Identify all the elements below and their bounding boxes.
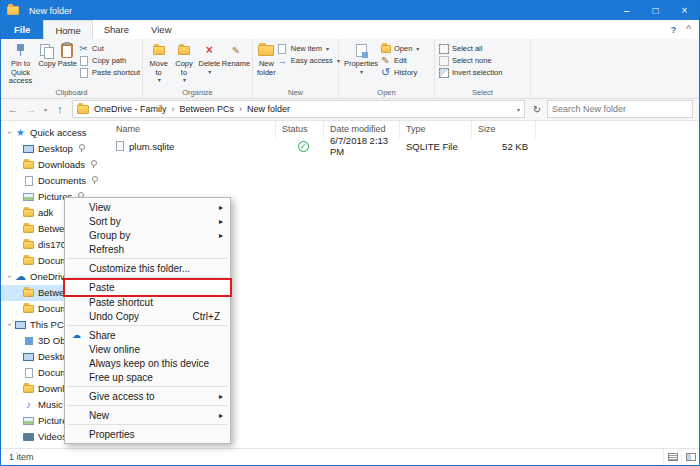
copy-to-button[interactable]: Copy to ▾ (171, 41, 196, 85)
minimize-button[interactable]: – (612, 1, 641, 20)
folder-icon (23, 305, 34, 313)
copy-path-label: Copy path (92, 56, 126, 65)
maximize-button[interactable]: □ (641, 1, 670, 20)
documents-icon (25, 176, 33, 186)
menu-item-properties[interactable]: Properties (65, 427, 230, 441)
submenu-arrow-icon: ▸ (219, 231, 223, 240)
menu-label: Free up space (89, 372, 153, 383)
easy-access-button[interactable]: → Easy access ▾ (277, 55, 340, 66)
menu-item-refresh[interactable]: Refresh (65, 242, 230, 256)
pin-to-quick-access-button[interactable]: Pin to Quick access (4, 41, 37, 87)
rename-icon: ✎ (232, 42, 240, 59)
address-dropdown-icon[interactable]: ▾ (513, 106, 524, 113)
column-header-status[interactable]: Status (276, 121, 324, 138)
ribbon-group-organize: Move to ▾ Copy to ▾ × Delete ▾ ✎ Rename … (143, 39, 253, 98)
back-button[interactable]: ← (5, 103, 21, 115)
chevron-expanded-icon[interactable]: › (5, 320, 14, 330)
check-icon: ✓ (300, 142, 307, 151)
sidebar-item-desktop[interactable]: Desktop (1, 141, 101, 157)
ribbon-group-new: New folder New item ▾ → Easy access ▾ Ne… (253, 39, 339, 98)
sidebar-label: Desktop (38, 143, 73, 154)
menu-item-paste-shortcut[interactable]: Paste shortcut (65, 295, 230, 309)
delete-button[interactable]: × Delete ▾ (197, 41, 222, 77)
menu-separator (67, 424, 228, 425)
column-header-type[interactable]: Type (400, 121, 472, 138)
menu-item-always-keep-on-this-device[interactable]: Always keep on this device (65, 356, 230, 370)
history-icon: ↺ (380, 66, 391, 79)
tab-home[interactable]: Home (43, 20, 92, 39)
copy-button[interactable]: Copy (37, 41, 57, 70)
file-date-modified: 6/7/2018 2:13 PM (324, 135, 400, 157)
paste-button[interactable]: Paste (57, 41, 78, 70)
sidebar-label: Videos (38, 431, 67, 442)
rename-button[interactable]: ✎ Rename (222, 41, 250, 70)
sidebar-label: Downloads (38, 159, 85, 170)
column-header-size[interactable]: Size (472, 121, 536, 138)
menu-item-new[interactable]: New ▸ (65, 408, 230, 422)
sidebar-item-downloads[interactable]: Downloads (1, 157, 101, 173)
menu-item-view-online[interactable]: View online (65, 342, 230, 356)
menu-item-share[interactable]: ☁ Share (65, 328, 230, 342)
history-button[interactable]: ↺ History (380, 67, 419, 78)
paste-shortcut-icon (80, 68, 88, 78)
tab-file[interactable]: File (1, 20, 43, 39)
breadcrumb-onedrive-family[interactable]: OneDrive - Family (92, 104, 169, 114)
tab-view[interactable]: View (140, 20, 182, 39)
pin-icon (89, 160, 97, 169)
help-icon[interactable]: ? (671, 25, 677, 35)
cut-button[interactable]: ✂ Cut (78, 43, 140, 54)
search-input[interactable] (548, 101, 692, 117)
sidebar-label: Music (38, 399, 63, 410)
up-button[interactable]: ↑ (52, 103, 68, 115)
sidebar-item-documents[interactable]: Documents (1, 173, 101, 189)
menu-label: Refresh (89, 244, 124, 255)
videos-icon (23, 433, 34, 441)
new-item-icon (278, 44, 286, 54)
paste-shortcut-button[interactable]: Paste shortcut (78, 67, 140, 78)
menu-item-sort-by[interactable]: Sort by ▸ (65, 214, 230, 228)
thumbnail-view-button[interactable] (681, 449, 699, 465)
breadcrumb-new-folder[interactable]: New folder (245, 104, 292, 114)
select-none-button[interactable]: Select none (438, 55, 502, 66)
thumbnail-view-icon (686, 453, 696, 461)
details-view-button[interactable] (663, 449, 681, 465)
select-all-button[interactable]: Select all (438, 43, 502, 54)
edit-button[interactable]: ✎ Edit (380, 55, 419, 66)
select-none-label: Select none (452, 56, 492, 65)
sidebar-item-quick-access[interactable]: › ★ Quick access (1, 125, 101, 141)
file-row[interactable]: plum.sqlite ✓ 6/7/2018 2:13 PM SQLITE Fi… (101, 138, 699, 155)
copy-path-button[interactable]: Copy path (78, 55, 140, 66)
share-cloud-icon: ☁ (72, 330, 81, 340)
titlebar: New folder – □ × (1, 1, 699, 20)
forward-button[interactable]: → (23, 103, 39, 115)
menu-item-customize-this-folder[interactable]: Customize this folder... (65, 261, 230, 275)
menu-label: Sort by (89, 216, 121, 227)
organize-group-label: Organize (143, 88, 252, 97)
menu-item-paste[interactable]: Paste (65, 280, 230, 295)
history-label: History (394, 68, 417, 77)
menu-item-group-by[interactable]: Group by ▸ (65, 228, 230, 242)
properties-button[interactable]: Properties ▾ (342, 41, 380, 77)
refresh-button[interactable]: ↻ (529, 104, 545, 115)
open-button[interactable]: Open ▾ (380, 43, 419, 54)
column-header-name[interactable]: Name (101, 121, 276, 138)
recent-locations-icon[interactable]: ▾ (41, 106, 50, 113)
menu-item-free-up-space[interactable]: Free up space (65, 370, 230, 384)
collapse-ribbon-icon[interactable]: ^ (686, 24, 691, 35)
new-folder-button[interactable]: New folder (256, 41, 277, 78)
move-to-button[interactable]: Move to ▾ (146, 41, 171, 85)
breadcrumb-between-pcs[interactable]: Between PCs (178, 104, 237, 114)
menu-item-view[interactable]: View ▸ (65, 200, 230, 214)
tab-share[interactable]: Share (93, 20, 140, 39)
menu-item-undo-copy[interactable]: Undo Copy Ctrl+Z (65, 309, 230, 323)
address-bar[interactable]: OneDrive - Family › Between PCs › New fo… (72, 100, 525, 118)
menu-item-give-access-to[interactable]: Give access to ▸ (65, 389, 230, 403)
new-item-button[interactable]: New item ▾ (277, 43, 340, 54)
chevron-expanded-icon[interactable]: › (5, 128, 14, 138)
pin-icon (90, 176, 98, 185)
folder-icon (23, 257, 34, 265)
invert-selection-button[interactable]: Invert selection (438, 67, 502, 78)
cut-label: Cut (92, 44, 104, 53)
chevron-expanded-icon[interactable]: › (5, 272, 14, 282)
close-button[interactable]: × (670, 1, 699, 20)
